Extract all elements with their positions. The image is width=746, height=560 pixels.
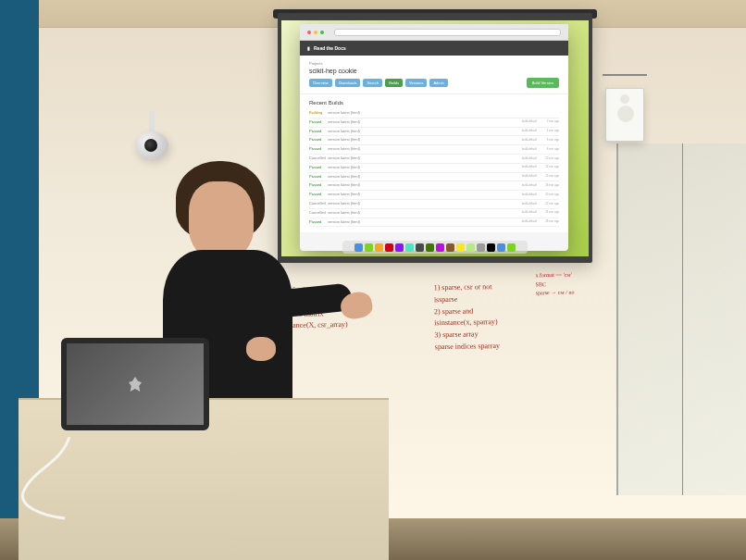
dock-app-icon[interactable]: [365, 243, 373, 252]
tab-versions[interactable]: Versions: [405, 79, 427, 87]
whiteboard-line: 1) sparse, csr or not: [434, 281, 499, 294]
minimize-icon[interactable]: [314, 31, 317, 34]
build-row[interactable]: Cancelledversion latest (html)build-defa…: [309, 200, 559, 209]
site-name: Read the Docs: [314, 45, 346, 51]
dock-app-icon[interactable]: [466, 243, 475, 252]
project-header: Projects scikit-hep cookie OverviewDownl…: [300, 56, 568, 93]
project-tabs: OverviewDownloadsSearchBuildsVersionsAdm…: [309, 78, 559, 88]
build-row[interactable]: Passedversion latest (html)build-default…: [309, 218, 559, 228]
cable: [14, 437, 116, 520]
dock-app-icon[interactable]: [487, 243, 495, 252]
builds-list: Buildingversion latest (html)Passedversi…: [309, 109, 559, 227]
build-version-button[interactable]: Build Version: [527, 78, 559, 88]
build-row[interactable]: Buildingversion latest (html): [309, 109, 559, 118]
browser-chrome: [300, 24, 568, 41]
dock-app-icon[interactable]: [477, 243, 485, 252]
apple-logo-icon: [129, 377, 142, 392]
build-row[interactable]: Passedversion latest (html)build-default…: [309, 164, 559, 173]
section-title: Recent Builds: [309, 100, 559, 106]
whiteboard-line: sparse indices sparray: [435, 341, 500, 354]
dock-app-icon[interactable]: [436, 243, 444, 252]
whiteboard-line: issparse: [434, 293, 499, 306]
macos-dock[interactable]: [342, 241, 528, 254]
build-row[interactable]: Passedversion latest (html)build-default…: [309, 145, 559, 155]
dock-app-icon[interactable]: [456, 243, 465, 252]
build-row[interactable]: Passedversion latest (html)build-default…: [309, 191, 559, 200]
glass-door: [616, 143, 746, 495]
dock-app-icon[interactable]: [426, 243, 434, 252]
build-row[interactable]: Passedversion latest (html)build-default…: [309, 173, 559, 182]
whiteboard-line: 3) sparse array: [434, 329, 499, 342]
whiteboard-line: 2) sparse and: [434, 305, 499, 318]
wall-speaker: [605, 88, 644, 142]
tab-downloads[interactable]: Downloads: [335, 79, 361, 87]
dock-app-icon[interactable]: [497, 243, 505, 252]
build-row[interactable]: Passedversion latest (html)build-default…: [309, 181, 559, 191]
url-bar[interactable]: [334, 29, 561, 36]
maximize-icon[interactable]: [320, 31, 324, 34]
build-row[interactable]: Passedversion latest (html)build-default…: [309, 118, 559, 128]
dock-app-icon[interactable]: [416, 243, 424, 252]
whiteboard-line: x.format == 'csr': [535, 271, 574, 280]
speaker-mount: [603, 74, 647, 89]
dock-app-icon[interactable]: [446, 243, 454, 252]
build-row[interactable]: Passedversion latest (html)build-default…: [309, 136, 559, 145]
dock-app-icon[interactable]: [395, 243, 404, 252]
dock-app-icon[interactable]: [405, 243, 414, 252]
build-row[interactable]: Cancelledversion latest (html)build-defa…: [309, 155, 559, 164]
whiteboard-line: sparse → csr / no: [536, 289, 575, 298]
tab-search[interactable]: Search: [363, 79, 382, 87]
tab-builds[interactable]: Builds: [385, 79, 403, 87]
close-icon[interactable]: [307, 31, 311, 34]
dock-app-icon[interactable]: [375, 243, 383, 252]
build-row[interactable]: Passedversion latest (html)build-default…: [309, 128, 559, 137]
tab-admin[interactable]: Admin: [429, 79, 447, 87]
dock-app-icon[interactable]: [385, 243, 393, 252]
whiteboard-line: isinstance(x, sparray): [434, 317, 499, 330]
tab-overview[interactable]: Overview: [309, 79, 332, 87]
site-header: ▮ Read the Docs: [300, 41, 568, 56]
breadcrumb: Projects: [309, 61, 559, 66]
dock-app-icon[interactable]: [354, 243, 363, 252]
book-icon: ▮: [307, 45, 310, 51]
dock-app-icon[interactable]: [507, 243, 516, 252]
laptop: [52, 338, 218, 440]
build-row[interactable]: Cancelledversion latest (html)build-defa…: [309, 209, 559, 218]
project-title: scikit-hep cookie: [309, 68, 559, 74]
